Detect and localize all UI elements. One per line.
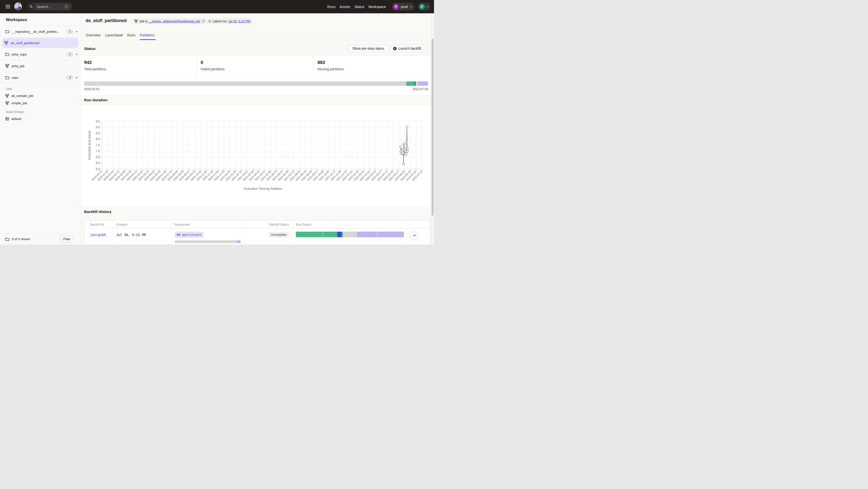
filter-button[interactable]: Filter <box>60 235 74 242</box>
search-input[interactable] <box>36 5 61 9</box>
job-icon <box>5 94 9 98</box>
stat-label: Failed partitions <box>201 67 225 71</box>
chevron-down-icon <box>413 234 416 236</box>
bar-segment <box>406 82 415 86</box>
hamburger-menu-icon[interactable] <box>6 5 10 8</box>
tab-runs[interactable]: Runs <box>127 33 135 37</box>
chevron-down-icon <box>426 6 429 7</box>
job-icon <box>5 64 9 68</box>
scrollbar-thumb[interactable] <box>432 39 434 216</box>
bar-segment <box>84 82 406 86</box>
stat-value: 0 <box>201 60 225 65</box>
latest-run-badge: Latest run: Jul 30, 5:14 PM <box>206 18 253 24</box>
sidebar-title: Workspace <box>6 18 27 22</box>
stat-total-partitions: 942 Total partitions <box>84 60 106 71</box>
deployment-name: prod <box>401 5 408 9</box>
deployment-avatar: P <box>393 4 399 9</box>
sidebar-job-label: simple_job <box>11 101 27 105</box>
launch-backfill-button[interactable]: Launch backfill... <box>391 45 427 52</box>
run-status-bar[interactable] <box>296 232 404 237</box>
nav-runs[interactable]: Runs <box>327 5 336 9</box>
sidebar-item-repository[interactable]: __repository__do_stuff_partitio... 1 ▾ <box>0 26 80 37</box>
deployment-switcher[interactable]: P prod <box>392 3 414 11</box>
execution-time-chart[interactable]: 5.56.06.57.07.58.08.59.09.52020-01-01202… <box>80 104 431 208</box>
dagster-app: / Runs Assets Status Workspace P prod P … <box>0 0 434 244</box>
table-row: jozrgsbh Jul 30, 5:12 PM 60 partitions 2… <box>85 228 430 244</box>
requested-partitions-badge[interactable]: 60 partitions <box>175 232 204 238</box>
folder-icon <box>5 53 9 56</box>
nav-assets[interactable]: Assets <box>340 5 350 9</box>
svg-text:9.5: 9.5 <box>96 120 100 123</box>
bar-segment <box>377 232 404 237</box>
search-box[interactable]: / <box>27 3 72 10</box>
search-shortcut-key: / <box>64 4 69 9</box>
sidebar-item-prha-repo[interactable]: prha_repo 1 ▾ <box>0 49 80 60</box>
main-content: do_stuff_partitioned Job in __reposi...a… <box>80 13 431 244</box>
sidebar-item-repo[interactable]: repo 3 ▾ <box>0 72 80 84</box>
stat-missing-partitions: 882 Missing partitions <box>318 60 344 71</box>
stat-label: Total partitions <box>84 67 106 71</box>
backfill-id-link[interactable]: jozrgsbh <box>90 233 106 237</box>
partition-range-start: 2020-01-01 <box>84 88 100 91</box>
svg-text:7.5: 7.5 <box>96 143 100 147</box>
svg-text:8.0: 8.0 <box>96 137 100 141</box>
partition-range-end: 2022-07-30 <box>413 88 428 91</box>
sidebar-item-do-stuff-partitioned[interactable]: do_stuff_partitioned <box>2 38 78 48</box>
sidebar-item-label: do_stuff_partitioned <box>11 41 39 45</box>
show-per-step-status-button[interactable]: Show per-step status <box>348 45 389 52</box>
svg-text:Execution Time by Partition: Execution Time by Partition <box>244 187 282 191</box>
sidebar-job-simple[interactable]: simple_job <box>0 100 80 107</box>
col-backfill-status: Backfill Status <box>245 221 293 228</box>
job-location-badge: Job in __reposi...artitioned@partitioned… <box>132 18 208 24</box>
svg-text:5.5: 5.5 <box>96 167 100 171</box>
sidebar-item-label: prha_repo <box>12 53 27 56</box>
requested-range-start: 2020-01-01 <box>175 244 192 244</box>
folder-icon <box>5 30 9 33</box>
svg-text:6.5: 6.5 <box>96 155 100 159</box>
backfill-history-heading: Backfill History <box>84 209 112 214</box>
chevron-down-icon <box>410 6 412 7</box>
backfill-history-table: Backfill Id Created Requested Backfill S… <box>85 220 430 244</box>
sidebar-asset-group-default[interactable]: default <box>0 115 80 122</box>
folder-icon <box>5 237 9 241</box>
expand-caret-icon[interactable]: ▾ <box>76 53 78 56</box>
partition-stats-panel: 942 Total partitions 0 Failed partitions… <box>80 55 431 77</box>
col-created: Created <box>113 221 172 228</box>
status-heading: Status <box>84 46 96 51</box>
sidebar-item-prha-job[interactable]: prha_job <box>0 60 80 72</box>
svg-text:8.5: 8.5 <box>96 132 100 135</box>
job-location-link[interactable]: __reposi...artitioned@partitioned_job <box>148 20 200 23</box>
reload-icon[interactable] <box>202 20 205 23</box>
user-avatar: P <box>419 4 425 9</box>
top-bar: / Runs Assets Status Workspace P prod P <box>0 0 434 13</box>
requested-progress-bar <box>175 240 241 243</box>
svg-text:6.0: 6.0 <box>96 161 100 165</box>
expand-caret-icon[interactable]: ▾ <box>76 76 78 79</box>
job-icon <box>5 101 9 105</box>
run-duration-heading: Run duration <box>84 98 107 102</box>
page-scrollbar[interactable] <box>431 13 434 244</box>
tab-partitions[interactable]: Partitions <box>140 33 154 37</box>
bar-segment <box>237 240 241 243</box>
bar-segment <box>418 82 428 86</box>
svg-text:9.0: 9.0 <box>96 126 100 129</box>
partition-status-bar[interactable] <box>84 82 428 86</box>
col-run-status: Run Status <box>293 221 407 228</box>
tab-overview[interactable]: Overview <box>86 33 100 37</box>
plus-circle-icon <box>393 47 397 51</box>
sidebar-job-all-cereals[interactable]: all_cereals_job <box>0 92 80 99</box>
latest-run-link[interactable]: Jul 30, 5:14 PM <box>228 20 250 23</box>
expand-row-button[interactable] <box>411 232 418 239</box>
requested-range-end: 2022-07-30 <box>223 244 241 244</box>
tab-launchpad[interactable]: Launchpad <box>105 33 123 37</box>
nav-workspace[interactable]: Workspace <box>368 5 386 9</box>
expand-caret-icon[interactable]: ▾ <box>76 30 78 33</box>
sidebar-job-label: all_cereals_job <box>11 94 33 98</box>
bar-segment <box>296 232 322 237</box>
dagster-logo-icon[interactable] <box>13 2 23 12</box>
item-count-badge: 3 <box>66 75 73 80</box>
nav-status[interactable]: Status <box>354 5 364 9</box>
partition-bar-panel: 2020-01-01 2022-07-30 <box>80 77 431 96</box>
user-menu[interactable]: P <box>418 3 431 11</box>
sidebar-item-label: prha_job <box>12 64 25 68</box>
